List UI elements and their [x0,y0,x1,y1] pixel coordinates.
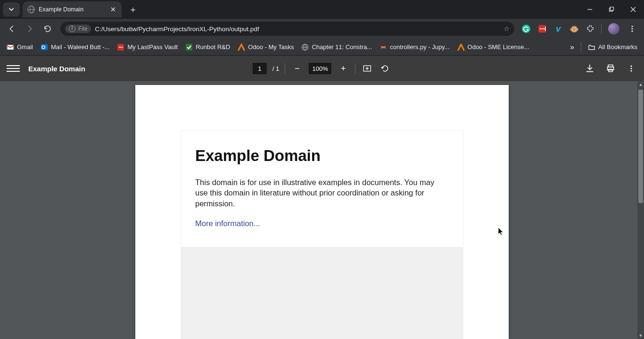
svg-point-32 [630,70,632,71]
pdf-right-controls [584,62,637,75]
separator [285,63,285,74]
scroll-up-button[interactable]: ▲ [637,81,644,88]
runbot-icon [185,43,193,51]
svg-point-18 [119,46,120,47]
separator [601,24,602,34]
document-lower-area [181,247,463,339]
svg-point-8 [542,28,543,30]
pdf-menu-button[interactable] [625,62,637,75]
tab-title: Example Domain [39,6,107,13]
bookmark-label: Odoo - SME License... [468,43,529,51]
bookmark-label: Chapter 11: Constra... [312,43,372,51]
tab-search-button[interactable] [3,2,20,17]
separator [581,42,581,52]
bookmark-odoo-tasks[interactable]: Odoo - My Tasks [235,42,297,53]
bookmark-label: controllers.py - Jupy... [390,43,449,51]
grammarly-icon[interactable] [519,22,533,36]
svg-point-9 [544,28,545,30]
folder-icon [588,43,595,51]
scroll-down-button[interactable]: ▼ [637,332,644,339]
pdf-toolbar: Example Domain / 1 − + [0,56,644,81]
scroll-thumb[interactable] [638,90,643,203]
odoo-icon [457,43,465,51]
bookmark-runbot[interactable]: Runbot R&D [182,42,233,53]
bookmark-label: Mail - Waleed Butt -... [51,43,110,51]
file-scheme-chip[interactable]: File [65,25,91,33]
svg-point-20 [122,46,123,47]
svg-point-7 [540,28,541,30]
scrollbar[interactable]: ▲ ▼ [637,81,644,339]
window-controls [579,0,644,19]
lastpass-icon [117,43,124,51]
svg-point-31 [630,68,632,69]
bookmark-chapter11[interactable]: Chapter 11: Constra... [298,42,375,53]
close-window-button[interactable] [622,0,644,19]
odoo-icon [238,43,245,51]
print-button[interactable] [604,62,617,75]
svg-rect-21 [186,44,192,51]
titlebar: Example Domain ✕ ＋ [0,0,644,19]
page-number-input[interactable] [253,63,267,74]
pdf-center-controls: / 1 − + [253,62,391,75]
document-heading: Example Domain [195,147,449,165]
globe-icon [301,43,309,51]
bookmarks-overflow-button[interactable]: » [567,41,577,53]
chrome-menu-button[interactable] [624,21,640,37]
vimeo-icon[interactable]: v [551,22,565,36]
zoom-in-button[interactable]: + [337,62,349,75]
bookmark-gmail[interactable]: Gmail [4,42,36,53]
svg-point-19 [120,46,121,47]
zoom-out-button[interactable]: − [291,62,303,75]
document-link[interactable]: More information... [195,219,260,228]
gmail-icon [7,43,14,51]
svg-point-11 [631,25,633,27]
page-separator: / 1 [272,65,279,72]
omnibox[interactable]: File C:/Users/buttw/PycharmProjects/Iron… [60,22,514,36]
bookmark-outlook[interactable]: Mail - Waleed Butt -... [38,42,113,53]
bookmark-odoo-sme[interactable]: Odoo - SME License... [454,42,532,53]
svg-point-12 [631,28,633,29]
download-button[interactable] [584,62,596,75]
reload-button[interactable] [40,21,56,37]
forward-button[interactable] [22,21,38,37]
bookmark-lastpass[interactable]: My LastPass Vault [114,42,181,53]
extensions-button[interactable] [583,22,597,36]
close-tab-button[interactable]: ✕ [110,6,116,13]
bookmark-label: Gmail [17,43,33,51]
bookmark-label: My LastPass Vault [127,43,178,51]
svg-rect-29 [609,69,612,72]
pdf-title: Example Domain [28,65,85,73]
svg-point-30 [630,65,632,67]
bookmark-jupyter[interactable]: controllers.py - Jupy... [377,42,452,53]
sidebar-toggle-button[interactable] [7,65,20,72]
info-icon [69,25,75,32]
zoom-level-input[interactable] [309,63,331,74]
svg-rect-2 [611,7,614,10]
jupyter-icon [380,43,387,51]
bookmark-label: Runbot R&D [196,43,230,51]
url-text: C:/Users/buttw/PycharmProjects/IronXL-Py… [95,25,500,33]
browser-tab[interactable]: Example Domain ✕ [23,1,122,17]
document-paragraph: This domain is for use in illustrative e… [195,177,449,209]
address-toolbar: File C:/Users/buttw/PycharmProjects/Iron… [0,19,644,39]
lastpass-icon[interactable] [535,22,549,36]
separator [355,63,355,74]
bookmarks-bar: Gmail Mail - Waleed Butt -... My LastPas… [0,39,644,56]
pdf-page: Example Domain This domain is for use in… [135,85,509,339]
bookmark-star-button[interactable]: ☆ [504,25,510,33]
back-button[interactable] [4,21,20,37]
new-tab-button[interactable]: ＋ [126,3,140,16]
extension-icon[interactable]: 🐵 [567,22,581,36]
profile-avatar[interactable] [608,23,619,34]
pdf-viewport[interactable]: Example Domain This domain is for use in… [0,81,644,339]
rotate-button[interactable] [379,62,391,75]
all-bookmarks-label: All Bookmarks [598,43,637,51]
scheme-label: File [78,25,87,32]
document-content-box: Example Domain This domain is for use in… [181,130,463,247]
maximize-button[interactable] [601,0,622,19]
globe-icon [27,6,35,13]
bookmark-label: Odoo - My Tasks [248,43,294,51]
fit-page-button[interactable] [361,62,373,75]
minimize-button[interactable] [579,0,601,19]
all-bookmarks-button[interactable]: All Bookmarks [585,42,640,53]
